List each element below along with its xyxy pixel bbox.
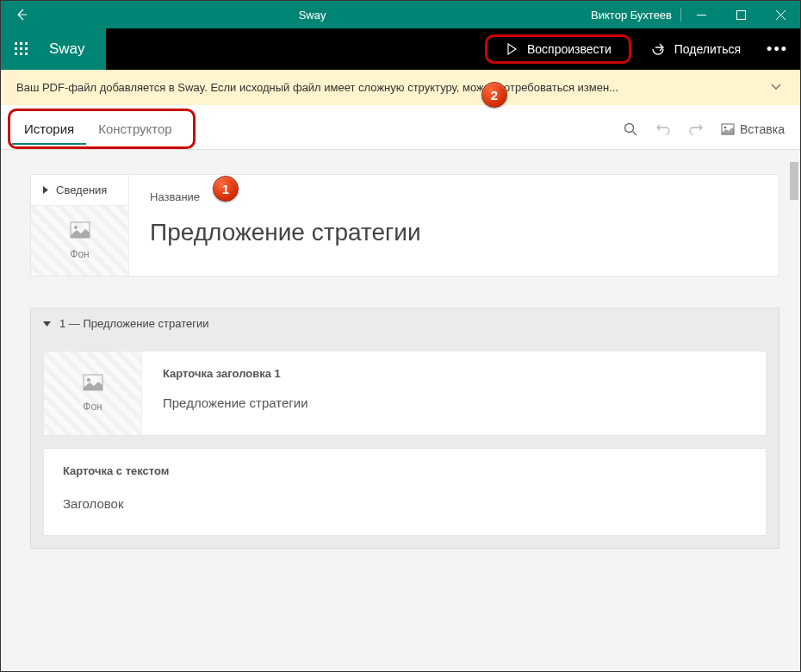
title-card[interactable]: Сведения Фон Название Предложение страте…: [30, 174, 779, 277]
scrollbar-thumb[interactable]: [790, 162, 798, 200]
annotation-badge-1: 1: [213, 176, 239, 202]
info-message: Ваш PDF-файл добавляется в Sway. Если ис…: [16, 81, 767, 94]
tabs-highlight: История Конструктор: [8, 109, 196, 149]
svg-point-20: [87, 378, 90, 382]
details-label: Сведения: [56, 184, 107, 196]
share-icon: [650, 41, 666, 57]
background-label: Фон: [44, 401, 141, 413]
play-button[interactable]: Воспроизвести: [485, 34, 631, 64]
maximize-icon: [736, 10, 746, 20]
play-icon: [505, 42, 518, 56]
undo-button[interactable]: [647, 113, 680, 146]
insert-button[interactable]: Вставка: [712, 122, 793, 136]
card-type-label: Название: [150, 190, 758, 203]
maximize-button[interactable]: [721, 1, 761, 28]
share-button[interactable]: Поделиться: [636, 36, 754, 62]
chevron-right-icon: [41, 186, 49, 194]
card-text[interactable]: Предложение стратегии: [163, 395, 745, 410]
image-icon: [70, 221, 90, 239]
content-area: Сведения Фон Название Предложение страте…: [1, 150, 800, 672]
section-title: 1 — Предложение стратегии: [59, 317, 209, 330]
more-button[interactable]: •••: [754, 40, 800, 59]
svg-rect-11: [20, 53, 22, 55]
background-tile[interactable]: Фон: [44, 352, 141, 435]
chevron-down-icon: [770, 80, 782, 92]
annotation-badge-2: 2: [481, 82, 507, 108]
card-side-panel: Сведения Фон: [31, 175, 129, 276]
arrow-left-icon: [15, 8, 28, 22]
heading-card[interactable]: Фон Карточка заголовка 1 Предложение стр…: [43, 351, 767, 436]
back-button[interactable]: [1, 8, 42, 22]
share-label: Поделиться: [674, 42, 741, 56]
background-tile[interactable]: Фон: [31, 206, 128, 276]
toolbar: Sway Воспроизвести Поделиться •••: [1, 28, 800, 70]
card-content[interactable]: Карточка заголовка 1 Предложение стратег…: [142, 352, 766, 435]
insert-label: Вставка: [740, 122, 785, 136]
card-side-panel: Фон: [44, 352, 142, 435]
redo-button[interactable]: [680, 113, 712, 146]
redo-icon: [688, 121, 704, 137]
section-body: Фон Карточка заголовка 1 Предложение стр…: [31, 339, 779, 548]
svg-rect-9: [25, 47, 28, 50]
card-text[interactable]: Заголовок: [63, 496, 747, 511]
svg-rect-6: [25, 42, 28, 45]
svg-rect-5: [20, 42, 22, 45]
card-type-label: Карточка заголовка 1: [163, 367, 745, 380]
tab-designer[interactable]: Конструктор: [86, 113, 184, 145]
minimize-button[interactable]: [681, 1, 721, 28]
info-expand-button[interactable]: [767, 80, 785, 95]
tab-bar: История Конструктор Вставка: [1, 105, 800, 150]
undo-icon: [655, 121, 671, 137]
search-icon: [623, 121, 638, 137]
svg-rect-10: [15, 53, 17, 55]
window-title: Sway: [42, 9, 582, 22]
svg-rect-1: [736, 10, 745, 19]
close-icon: [776, 10, 785, 20]
collapse-icon: [43, 320, 51, 327]
details-toggle[interactable]: Сведения: [31, 175, 128, 206]
play-label: Воспроизвести: [527, 42, 612, 56]
vertical-scrollbar[interactable]: [788, 150, 800, 672]
svg-rect-7: [15, 47, 17, 50]
svg-line-14: [632, 131, 636, 135]
image-icon: [83, 374, 103, 391]
card-type-label: Карточка с текстом: [63, 464, 747, 477]
user-name[interactable]: Виктор Бухтеев: [582, 9, 680, 22]
search-button[interactable]: [614, 113, 647, 146]
close-button[interactable]: [761, 1, 800, 28]
svg-rect-8: [20, 47, 22, 50]
svg-rect-4: [15, 42, 17, 45]
card-title-text[interactable]: Предложение стратегии: [150, 219, 758, 246]
waffle-icon: [15, 42, 28, 56]
background-label: Фон: [31, 248, 128, 260]
titlebar: Sway Виктор Бухтеев: [1, 1, 800, 28]
text-card[interactable]: Карточка с текстом Заголовок: [43, 448, 767, 536]
image-icon: [721, 122, 735, 136]
tab-history[interactable]: История: [12, 113, 86, 145]
svg-point-13: [624, 123, 633, 132]
section-header[interactable]: 1 — Предложение стратегии: [31, 308, 779, 339]
info-bar: Ваш PDF-файл добавляется в Sway. Если ис…: [1, 70, 800, 105]
app-name[interactable]: Sway: [42, 28, 106, 70]
svg-point-18: [74, 226, 78, 229]
section-group: 1 — Предложение стратегии Фон Карточка з…: [30, 308, 779, 549]
app-launcher-button[interactable]: [1, 28, 42, 70]
minimize-icon: [697, 10, 706, 20]
svg-rect-12: [25, 53, 28, 55]
ellipsis-icon: •••: [767, 40, 788, 58]
svg-point-16: [724, 126, 727, 128]
